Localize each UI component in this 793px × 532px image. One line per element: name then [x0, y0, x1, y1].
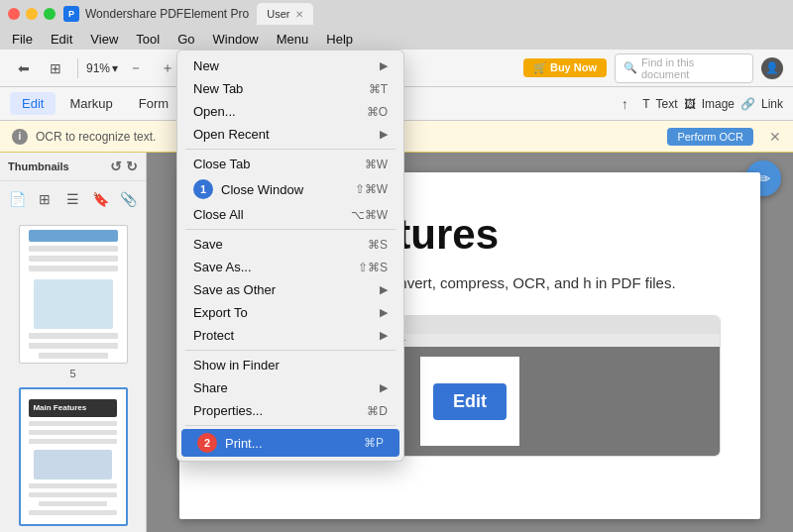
menu-go[interactable]: Go [170, 30, 202, 49]
menu-item-close-all-label: Close All [193, 207, 244, 222]
menu-item-export[interactable]: Export To ▶ [177, 301, 403, 324]
sidebar-grid-icon[interactable]: ⊞ [32, 185, 57, 213]
menu-item-save[interactable]: Save ⌘S [177, 233, 403, 256]
perform-ocr-button[interactable]: Perform OCR [667, 128, 753, 146]
toolbar-separator-1 [77, 58, 78, 78]
sidebar-bookmark-icon[interactable]: 🔖 [88, 185, 114, 213]
menu-tool[interactable]: Tool [128, 30, 168, 49]
user-avatar[interactable]: 👤 [761, 57, 783, 79]
menu-item-close-tab[interactable]: Close Tab ⌘W [177, 153, 403, 175]
menu-item-show-finder[interactable]: Show in Finder [177, 354, 403, 376]
sidebar: Thumbnails ↺ ↻ 📄 ⊞ ☰ 🔖 📎 [0, 153, 147, 532]
search-icon: 🔍 [623, 61, 637, 74]
close-button[interactable] [8, 8, 20, 20]
save-as-shortcut: ⇧⌘S [358, 261, 388, 274]
tab-form[interactable]: Form [127, 92, 180, 115]
menu-item-save-as[interactable]: Save As... ⇧⌘S [177, 256, 403, 278]
image-label: Image [702, 97, 735, 111]
back-button[interactable]: ⬅ [10, 54, 38, 82]
thumbnail-item-6[interactable]: Main Features 6 [8, 387, 138, 532]
separator-1 [185, 149, 396, 150]
link-label: Link [761, 97, 783, 111]
tab-close-icon[interactable]: ✕ [295, 9, 303, 20]
app-title: Wondershare PDFElement Pro [85, 7, 249, 21]
badge-2: 2 [197, 433, 217, 453]
menu-item-print[interactable]: 2 Print... ⌘P [181, 429, 399, 457]
link-icon: 🔗 [740, 97, 755, 111]
close-tab-shortcut: ⌘W [365, 158, 388, 171]
menu-item-close-all[interactable]: Close All ⌥⌘W [177, 203, 403, 226]
zoom-control[interactable]: 91% ▾ [86, 61, 118, 75]
menu-item-share[interactable]: Share ▶ [177, 376, 403, 399]
menu-file[interactable]: File [4, 30, 41, 49]
menu-item-save-as-other[interactable]: Save as Other ▶ [177, 278, 403, 301]
thumbnail-list: 5 Main Features 6 [0, 217, 146, 532]
menu-help[interactable]: Help [318, 30, 361, 49]
zoom-out-button[interactable]: － [122, 54, 150, 82]
share-arrow-icon: ▶ [380, 381, 388, 394]
sub-toolbar: ↑ T Text 🖼 Image 🔗 Link [611, 90, 783, 118]
thumbnail-img-6: Main Features [19, 387, 128, 526]
minimize-button[interactable] [26, 8, 38, 20]
tab-edit[interactable]: Edit [10, 92, 56, 115]
menu-item-protect-label: Protect [193, 328, 234, 343]
menu-item-new[interactable]: New ▶ [177, 54, 403, 77]
sidebar-page-icon[interactable]: 📄 [4, 185, 30, 213]
menu-item-protect[interactable]: Protect ▶ [177, 324, 403, 347]
undo-icon[interactable]: ↺ [110, 159, 122, 174]
menu-item-open[interactable]: Open... ⌘O [177, 100, 403, 123]
mini-edit-btn: Edit [433, 383, 507, 420]
menu-item-open-label: Open... [193, 104, 236, 119]
search-placeholder: Find in this document [641, 56, 744, 80]
menu-item-close-tab-label: Close Tab [193, 157, 251, 171]
ocr-info-icon: i [12, 129, 28, 145]
badge-1: 1 [193, 179, 213, 199]
title-bar: P Wondershare PDFElement Pro User ✕ [0, 0, 793, 28]
title-tab[interactable]: User ✕ [257, 3, 313, 25]
thumbnail-item-5[interactable]: 5 [8, 225, 138, 379]
share-icon[interactable]: ↑ [611, 90, 638, 118]
redo-icon[interactable]: ↻ [126, 159, 138, 174]
menu-item-save-as-label: Save As... [193, 260, 252, 274]
open-shortcut: ⌘O [367, 105, 388, 119]
menu-item-close-window[interactable]: 1 Close Window ⇧⌘W [177, 175, 403, 203]
app-icon: P [63, 6, 79, 22]
menu-item-properties[interactable]: Properties... ⌘D [177, 399, 403, 422]
maximize-button[interactable] [44, 8, 56, 20]
sidebar-list-icon[interactable]: ☰ [59, 185, 85, 213]
menu-item-new-tab[interactable]: New Tab ⌘T [177, 77, 403, 100]
text-label: Text [656, 97, 678, 111]
ocr-close-icon[interactable]: ✕ [769, 129, 781, 145]
menu-item-export-label: Export To [193, 305, 248, 320]
properties-shortcut: ⌘D [367, 404, 388, 418]
zoom-value: 91% [86, 61, 110, 75]
menu-edit[interactable]: Edit [43, 30, 80, 49]
traffic-lights [8, 8, 56, 20]
search-box[interactable]: 🔍 Find in this document [615, 53, 753, 83]
menu-item-properties-label: Properties... [193, 403, 263, 418]
buy-now-button[interactable]: 🛒 Buy Now [523, 58, 607, 77]
menu-view[interactable]: View [82, 30, 126, 49]
new-arrow-icon: ▶ [380, 59, 388, 72]
menu-menu[interactable]: Menu [269, 30, 317, 49]
sidebar-attach-icon[interactable]: 📎 [116, 185, 142, 213]
grid-view-button[interactable]: ⊞ [42, 54, 69, 82]
new-tab-shortcut: ⌘T [369, 82, 388, 96]
menu-window[interactable]: Window [205, 30, 267, 49]
toolbar-right: 🛒 Buy Now 🔍 Find in this document 👤 [523, 53, 783, 83]
export-arrow-icon: ▶ [380, 306, 388, 319]
menu-item-show-finder-label: Show in Finder [193, 358, 280, 372]
menu-item-open-recent[interactable]: Open Recent ▶ [177, 123, 403, 146]
tab-markup[interactable]: Markup [57, 92, 124, 115]
thumbnail-img-5 [19, 225, 128, 364]
menu-item-save-label: Save [193, 237, 223, 252]
zoom-dropdown-icon: ▾ [112, 61, 118, 75]
protect-arrow-icon: ▶ [380, 329, 388, 342]
menu-item-new-tab-label: New Tab [193, 81, 243, 96]
file-dropdown-menu: New ▶ New Tab ⌘T Open... ⌘O Open Recent … [176, 50, 404, 462]
sidebar-controls: ↺ ↻ [110, 159, 138, 174]
thumbnail-num-5: 5 [69, 368, 75, 379]
save-shortcut: ⌘S [368, 238, 388, 252]
tab-label: User [267, 8, 289, 20]
sidebar-header: Thumbnails ↺ ↻ [0, 153, 146, 181]
